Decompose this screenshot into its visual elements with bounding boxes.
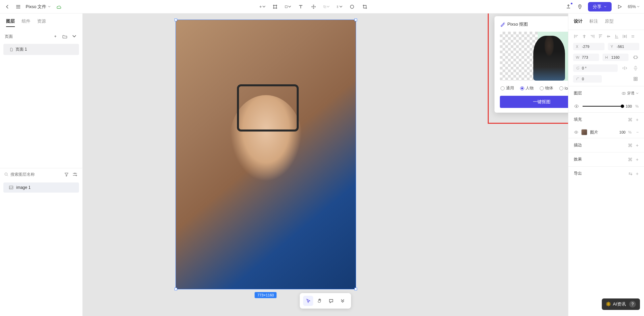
cutout-header: Pixso 抠图 xyxy=(500,21,568,28)
opacity-slider[interactable] xyxy=(583,106,622,107)
help-icon[interactable]: ? xyxy=(629,301,636,308)
svg-rect-12 xyxy=(634,79,635,81)
location-icon[interactable] xyxy=(576,3,583,10)
settings-icon[interactable] xyxy=(72,171,78,178)
pointer-tool-icon[interactable] xyxy=(303,296,313,306)
layer-search-input[interactable] xyxy=(10,172,61,177)
effect-section-title: 效果 xyxy=(574,156,582,162)
lock-aspect-icon[interactable] xyxy=(632,54,639,61)
topbar-left: Pixso 文件 xyxy=(4,3,62,10)
effect-style-icon[interactable]: ⌘ xyxy=(628,157,633,162)
fill-swatch[interactable] xyxy=(581,129,587,135)
tab-inspect[interactable]: 标注 xyxy=(589,18,598,26)
export-settings-icon[interactable]: ⇆ xyxy=(628,171,633,176)
align-hcenter-icon[interactable] xyxy=(581,33,587,39)
pages-actions: + xyxy=(52,33,78,40)
play-icon[interactable] xyxy=(616,3,623,10)
comment-tool-icon[interactable] xyxy=(326,296,336,306)
y-field[interactable]: Y-561 xyxy=(608,43,639,50)
align-top-icon[interactable] xyxy=(597,33,603,39)
tab-components[interactable]: 组件 xyxy=(22,18,30,27)
canvas[interactable]: 773×1160 Pixso 抠图 通用 人物 物体 logo 一键抠图 xyxy=(83,13,568,316)
stroke-section: 描边 ⌘+ xyxy=(568,138,644,152)
add-tool-icon[interactable] xyxy=(259,3,266,10)
export-add-icon[interactable]: + xyxy=(636,171,639,176)
radio-logo[interactable]: logo xyxy=(559,85,568,91)
more-tools-icon[interactable] xyxy=(338,296,348,306)
radio-person[interactable]: 人物 xyxy=(520,85,534,91)
align-vcenter-icon[interactable] xyxy=(606,33,612,39)
fill-style-icon[interactable]: ⌘ xyxy=(628,117,633,122)
frame-tool-icon[interactable] xyxy=(272,3,278,10)
align-more-icon[interactable] xyxy=(630,33,636,39)
left-tabs: 图层 组件 资源 xyxy=(0,13,82,30)
opacity-value[interactable]: 100 xyxy=(626,104,632,108)
boolean-tool-icon[interactable] xyxy=(323,3,330,10)
ai-badge[interactable]: ❋ AI资讯 ? xyxy=(602,298,640,310)
x-field[interactable]: X-279 xyxy=(573,43,605,50)
component-tool-icon[interactable] xyxy=(336,3,343,10)
rotation-row: 0 ° xyxy=(568,64,644,75)
hand-tool-icon[interactable] xyxy=(315,296,325,306)
page-item[interactable]: 页面 1 xyxy=(3,44,79,55)
tab-assets[interactable]: 资源 xyxy=(37,18,46,27)
w-field[interactable]: W773 xyxy=(573,54,599,61)
align-right-icon[interactable] xyxy=(589,33,595,39)
file-title[interactable]: Pixso 文件 xyxy=(26,4,51,10)
tab-layers[interactable]: 图层 xyxy=(6,18,15,27)
selection-handle[interactable] xyxy=(354,19,357,21)
selection-handle[interactable] xyxy=(175,19,177,21)
shape-tool-icon[interactable] xyxy=(285,3,291,10)
page-folder-icon[interactable] xyxy=(61,33,68,40)
visibility-icon[interactable] xyxy=(574,104,579,109)
selection-handle[interactable] xyxy=(354,288,357,290)
tab-prototype[interactable]: 原型 xyxy=(605,18,614,26)
topbar-center-tools xyxy=(62,3,565,10)
move-tool-icon[interactable] xyxy=(310,3,317,10)
radio-object[interactable]: 物体 xyxy=(540,85,553,91)
cloud-sync-icon[interactable] xyxy=(55,3,62,10)
effect-add-icon[interactable]: + xyxy=(636,157,639,162)
rotation-field[interactable]: 0 ° xyxy=(573,64,618,72)
align-bottom-icon[interactable] xyxy=(614,33,620,39)
layer-item[interactable]: image 1 xyxy=(3,182,79,193)
radius-field[interactable]: 0 xyxy=(573,75,602,83)
effect-section: 效果 ⌘+ xyxy=(568,152,644,166)
svg-point-16 xyxy=(576,106,577,107)
ellipse-tool-icon[interactable] xyxy=(349,3,355,10)
fill-opacity[interactable]: 100 xyxy=(619,130,625,134)
menu-icon[interactable] xyxy=(15,3,22,10)
radio-general[interactable]: 通用 xyxy=(501,85,514,91)
cutout-mode-radios: 通用 人物 物体 logo xyxy=(500,81,568,96)
chevron-down-icon xyxy=(48,5,51,8)
page-collapse-icon[interactable] xyxy=(71,33,78,40)
fill-remove-icon[interactable]: − xyxy=(636,130,639,135)
add-page-icon[interactable]: + xyxy=(52,33,59,40)
radius-detail-icon[interactable] xyxy=(632,75,639,83)
zoom-dropdown[interactable]: 65% xyxy=(628,4,640,9)
blend-mode-dropdown[interactable]: 穿透 xyxy=(622,91,639,96)
left-panel: 图层 组件 资源 页面 + 页面 1 image 1 xyxy=(0,13,83,316)
h-field[interactable]: H1160 xyxy=(602,54,628,61)
cutout-preview xyxy=(500,32,568,81)
filter-icon[interactable] xyxy=(63,171,70,178)
crop-tool-icon[interactable] xyxy=(361,3,368,10)
flip-h-icon[interactable] xyxy=(621,64,628,72)
distribute-icon[interactable] xyxy=(622,33,628,39)
stroke-style-icon[interactable]: ⌘ xyxy=(628,143,633,148)
export-icon[interactable] xyxy=(565,3,572,10)
back-icon[interactable] xyxy=(4,3,11,10)
rotation-icon xyxy=(576,66,580,70)
flip-v-icon[interactable] xyxy=(632,64,639,72)
fill-add-icon[interactable]: + xyxy=(636,117,639,122)
visibility-icon[interactable] xyxy=(574,130,579,135)
selection-handle[interactable] xyxy=(175,288,177,290)
align-left-icon[interactable] xyxy=(573,33,579,39)
cutout-button[interactable]: 一键抠图 xyxy=(500,96,568,108)
tab-design[interactable]: 设计 xyxy=(574,18,583,26)
stroke-add-icon[interactable]: + xyxy=(636,143,639,148)
fill-item[interactable]: 图片 100 % − xyxy=(568,126,644,138)
text-tool-icon[interactable] xyxy=(297,3,304,10)
size-row: W773 H1160 xyxy=(568,54,644,64)
share-button[interactable]: 分享 xyxy=(588,2,612,11)
